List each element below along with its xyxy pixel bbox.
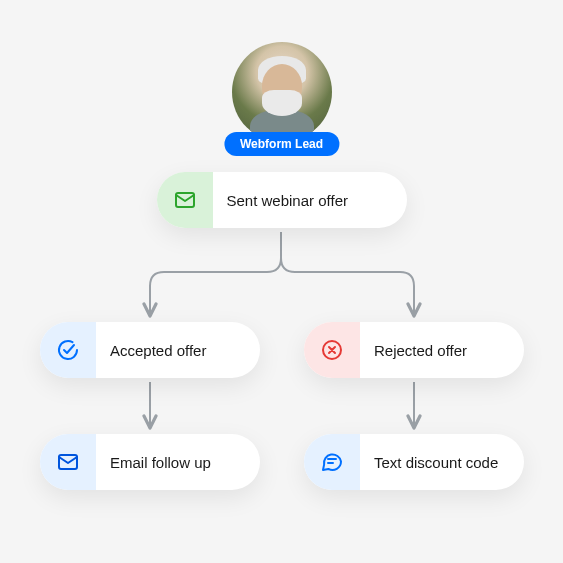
node-text-discount: Text discount code	[304, 434, 524, 490]
node-sent-webinar: Sent webinar offer	[157, 172, 407, 228]
node-rejected-offer: Rejected offer	[304, 322, 524, 378]
x-circle-icon	[304, 322, 360, 378]
node-accepted-offer: Accepted offer	[40, 322, 260, 378]
check-circle-icon	[40, 322, 96, 378]
node-label: Rejected offer	[360, 342, 491, 359]
workflow-diagram: Webform Lead Sent webinar offer Accepted…	[0, 0, 563, 563]
mail-icon	[157, 172, 213, 228]
node-email-followup: Email follow up	[40, 434, 260, 490]
lead-avatar	[232, 42, 332, 142]
node-label: Accepted offer	[96, 342, 230, 359]
lead-badge: Webform Lead	[224, 132, 339, 156]
node-label: Text discount code	[360, 454, 522, 471]
mail-icon	[40, 434, 96, 490]
message-icon	[304, 434, 360, 490]
node-label: Email follow up	[96, 454, 235, 471]
node-label: Sent webinar offer	[213, 192, 372, 209]
